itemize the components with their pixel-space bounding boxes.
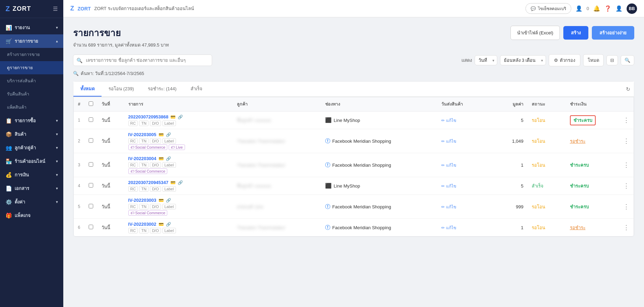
row-1-edit-ship[interactable]: ✏ แก้ไข <box>441 118 456 123</box>
help-icon[interactable]: ❓ <box>604 5 611 12</box>
filter-controls: แสดง วันที่ ย้อนหลัง 3 เดือน ⚙ ตัวกรอง โ… <box>461 54 634 66</box>
sidebar-item-create-sale[interactable]: สร้างรายการขาย <box>0 48 63 61</box>
header-actions: นำเข้าไฟล์ (Excel) สร้าง สร้างอย่างง่าย <box>510 26 634 40</box>
row-3-select[interactable] <box>89 162 93 167</box>
row-4-select[interactable] <box>89 183 93 188</box>
online-store-icon: 🏪 <box>6 158 12 165</box>
row-6-select[interactable] <box>89 225 93 229</box>
sidebar-item-reports[interactable]: 📊 รายงาน ▾ <box>0 21 63 34</box>
row-1-customer: ชื่อลูกค้า xxxxxxx <box>233 111 321 129</box>
row-5-pay-btn[interactable]: ชำระครบ <box>570 204 589 209</box>
row-5-more-btn[interactable]: ⋮ <box>623 203 629 210</box>
row-3-more-btn[interactable]: ⋮ <box>623 161 629 169</box>
content-area: รายการขาย จำนวน 689 รายการ, มูลค่าทั้งหม… <box>63 17 644 307</box>
sidebar-item-pack[interactable]: แพ็คสินค้า <box>0 101 63 114</box>
tab-waiting[interactable]: รอชำระ: (144) <box>141 82 184 97</box>
person-icon[interactable]: 👤 <box>615 5 622 12</box>
sidebar-item-online-store[interactable]: 🏪 ร้านค้าออนไลน์ ▾ <box>0 155 63 168</box>
row-1-customer-name: ชื่อลูกค้า xxxxxxx <box>237 118 271 123</box>
search-result-text: ค้นหา: วันที่:1/12/2564-7/3/2565 <box>81 70 144 77</box>
col-header-checkbox <box>84 97 97 111</box>
row-2-more-btn[interactable]: ⋮ <box>623 137 629 145</box>
row-2-pay-btn[interactable]: รอชำระ <box>570 139 586 144</box>
tag-label: Label <box>162 138 176 144</box>
sidebar-item-settings[interactable]: ⚙️ ตั้งค่า ▾ <box>0 195 63 209</box>
table-container: ทั้งหมด รอโอน (239) รอชำระ: (144) สำเร็จ… <box>73 81 634 237</box>
sidebar-item-customers[interactable]: 👥 ลูกค้า/คู่ค้า ▾ <box>0 141 63 155</box>
row-2-select[interactable] <box>89 138 93 143</box>
row-5-order-id[interactable]: IV-202203003 <box>128 198 156 203</box>
tag-tn: TN <box>139 204 148 209</box>
row-2-edit-ship[interactable]: ✏ แก้ไข <box>441 139 456 144</box>
search-input[interactable] <box>73 55 212 66</box>
row-5-sub-tags: 🏷 Social Commerce <box>128 210 229 216</box>
row-2-order-id[interactable]: IV-202203005 <box>128 132 156 137</box>
sidebar-item-finance[interactable]: 💰 การเงิน ▾ <box>0 168 63 182</box>
row-6-pay-btn[interactable]: รอชำระ <box>570 225 586 230</box>
sidebar-item-sales[interactable]: 🛒 รายการขาย ▴ <box>0 34 63 48</box>
row-1-order-id[interactable]: 2022030720953868 <box>128 114 169 119</box>
row-5-select[interactable] <box>89 204 93 208</box>
sidebar-item-products[interactable]: 📦 สินค้า ▾ <box>0 127 63 141</box>
purchase-arrow: ▾ <box>56 119 58 123</box>
row-6-payment: รอชำระ <box>566 219 619 237</box>
row-4-pay-btn[interactable]: ชำระครบ <box>570 183 589 189</box>
user-avatar[interactable]: BB <box>627 3 637 14</box>
tab-all[interactable]: ทั้งหมด <box>73 82 102 97</box>
row-4-link-icon: 🔗 <box>178 180 183 185</box>
tab-pending[interactable]: รอโอน (239) <box>102 82 141 97</box>
row-4-edit-ship[interactable]: ✏ แก้ไข <box>441 184 456 189</box>
row-1-more-btn[interactable]: ⋮ <box>623 116 629 124</box>
search-bar-row: 🔍 แสดง วันที่ ย้อนหลัง 3 เดือน ⚙ ตั <box>73 54 634 66</box>
range-select[interactable]: ย้อนหลัง 3 เดือน <box>500 55 546 65</box>
sidebar-item-view-sale[interactable]: ดูรายการขาย <box>0 61 63 74</box>
bell-icon[interactable]: 🔔 <box>593 5 600 12</box>
row-6-edit-ship[interactable]: ✏ แก้ไข <box>441 225 456 230</box>
search-filter-icon-button[interactable]: 🔍 <box>621 55 634 65</box>
row-3-status-badge: รอโอน <box>532 163 545 168</box>
import-excel-button[interactable]: นำเข้าไฟล์ (Excel) <box>510 26 560 40</box>
row-1-channel: ⬛ Line MyShop <box>321 111 437 129</box>
row-1-select[interactable] <box>89 117 93 122</box>
notification-count: 0 <box>587 6 589 11</box>
row-2-ship: ✏ แก้ไข <box>437 129 484 153</box>
row-2-card-icon: 💳 <box>159 132 164 137</box>
row-3-pay-btn[interactable]: ชำระครบ <box>570 163 589 168</box>
tag-label: Label <box>162 186 176 192</box>
sidebar-item-purchase[interactable]: 📋 รายการซื้อ ▾ <box>0 114 63 127</box>
row-1-pay-btn[interactable]: ชำระครบ <box>570 115 596 125</box>
refresh-button[interactable]: ↻ <box>622 82 634 97</box>
row-5-edit-ship[interactable]: ✏ แก้ไข <box>441 205 456 209</box>
row-3-order-id[interactable]: IV-202203004 <box>128 156 156 161</box>
row-4-order-id[interactable]: 2022030720945347 <box>128 180 169 185</box>
sidebar-item-return[interactable]: รับคืนสินค้า <box>0 88 63 101</box>
row-4-more-btn[interactable]: ⋮ <box>623 182 629 190</box>
row-3-tags: RC TN D/O Label <box>128 162 229 168</box>
filter-button[interactable]: ⚙ ตัวกรอง <box>549 54 580 66</box>
date-select[interactable]: วันที่ <box>475 55 497 65</box>
column-filter-icon: ⊟ <box>610 58 614 63</box>
topbar: Z ZORT ZORT ระบบจัดการออเดอร์และสต็อกสิน… <box>63 0 644 17</box>
easy-create-button[interactable]: สร้างอย่างง่าย <box>592 26 634 40</box>
column-filter-icon-button[interactable]: ⊟ <box>606 55 618 65</box>
row-2-sub-tags: 🏷 Social Commerce 🏷 Live <box>128 144 229 150</box>
row-3-edit-ship[interactable]: ✏ แก้ไข <box>441 163 456 168</box>
select-all-checkbox[interactable] <box>89 101 93 106</box>
row-6-order-id[interactable]: IV-202203002 <box>128 222 156 227</box>
orders-table: # วันที่ รายการ ลูกค้า ช่องทาง วันส่งสิน… <box>74 97 634 236</box>
trial-button[interactable]: 💬 ไขเย็ชลคอมเบริ <box>525 3 571 14</box>
hamburger-icon[interactable]: ☰ <box>53 6 58 12</box>
tab-success[interactable]: สำเร็จ <box>184 82 209 97</box>
user-icon[interactable]: 👤 <box>575 5 582 12</box>
row-1-channel-badge: ⬛ Line MyShop <box>325 117 433 123</box>
sidebar-item-package[interactable]: 🎁 แพ็คเกจ <box>0 209 63 222</box>
sidebar-item-shipping[interactable]: บริการส่งสินค้า <box>0 74 63 88</box>
row-4-customer-name: ชื่อลูกค้า xxxxxxx <box>237 183 271 189</box>
row-1-channel-name: Line MyShop <box>334 118 360 123</box>
create-button[interactable]: สร้าง <box>563 26 588 40</box>
row-6-more-btn[interactable]: ⋮ <box>623 224 629 231</box>
row-5-channel: ⓕ Facebook Meridian Shopping <box>321 195 437 219</box>
mode-button[interactable]: โหมด <box>583 54 604 66</box>
sidebar-item-documents[interactable]: 📄 เอกสาร ▾ <box>0 182 63 195</box>
row-2-channel-name: Facebook Meridian Shopping <box>332 139 391 144</box>
